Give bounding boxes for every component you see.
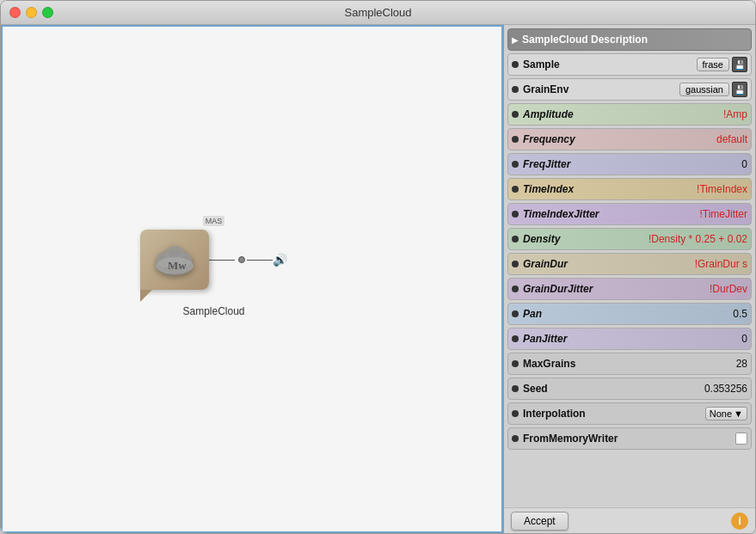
sample-file-button[interactable]: frase [697,58,729,71]
param-dot-graindurjitter [512,285,519,292]
param-dot-grainenv [512,86,519,93]
param-value-seed: 0.353256 [704,383,747,395]
bottom-bar: Accept i [504,507,755,533]
grainenv-file-button[interactable]: gaussian [679,83,729,96]
description-label: SampleCloud Description [522,34,747,46]
maximize-button[interactable] [42,7,53,18]
param-name-sample: Sample [523,58,697,71]
canvas-inner: MAS Мw [1,25,503,533]
param-dot-graindur [512,261,519,267]
speaker-icon: 🔊 [273,253,287,267]
param-name-maxgrains: MaxGrains [523,358,736,370]
node-title: SampleCloud [182,305,244,317]
param-dot-freqjitter [512,161,519,168]
interpolation-arrow-icon: ▼ [734,408,743,419]
param-dot-panjitter [512,335,519,342]
node-label-top: MAS [203,216,225,226]
param-dot-interpolation [512,410,519,417]
param-name-seed: Seed [523,383,704,395]
param-dot-density [512,236,519,242]
param-value-amplitude: !Amp [723,108,747,120]
window-title: SampleCloud [344,6,411,19]
wire-right [247,260,273,261]
node-body: Мw 🔊 [140,230,287,290]
param-row-frequency[interactable]: Frequency default [507,128,752,150]
cloud-icon: Мw [152,241,197,279]
params-list: ▶ SampleCloud Description Sample frase 💾… [504,25,755,507]
param-row-sample[interactable]: Sample frase 💾 [507,53,752,76]
minimize-button[interactable] [26,7,37,18]
close-button[interactable] [9,7,21,18]
accept-button[interactable]: Accept [511,512,569,531]
param-value-timeindex: !TimeIndex [697,183,747,195]
param-row-description[interactable]: ▶ SampleCloud Description [507,28,752,51]
param-row-grainenv[interactable]: GrainEnv gaussian 💾 [507,78,752,101]
node-wire: 🔊 [209,253,287,267]
param-name-amplitude: Amplitude [523,108,723,120]
param-value-frequency: default [716,133,747,145]
param-name-timeindexjitter: TimeIndexJitter [523,208,699,220]
param-row-timeindexjitter[interactable]: TimeIndexJitter !TimeJitter [507,203,752,225]
param-name-interpolation: Interpolation [523,408,705,420]
param-row-pan[interactable]: Pan 0.5 [507,303,752,325]
node-container[interactable]: MAS Мw [140,216,287,317]
param-dot-sample [512,61,519,68]
param-name-density: Density [523,233,648,245]
param-name-frequency: Frequency [523,133,716,145]
param-row-timeindex[interactable]: TimeIndex !TimeIndex [507,178,752,200]
param-row-seed[interactable]: Seed 0.353256 [507,377,752,400]
param-row-graindur[interactable]: GrainDur !GrainDur s [507,253,752,275]
param-name-freqjitter: FreqJitter [523,158,741,170]
interpolation-select[interactable]: None ▼ [705,407,747,420]
param-dot-timeindex [512,186,519,193]
param-dot-maxgrains [512,360,519,367]
param-row-density[interactable]: Density !Density * 0.25 + 0.02 [507,228,752,250]
arrow-icon: ▶ [512,35,519,45]
right-panel: ▶ SampleCloud Description Sample frase 💾… [504,25,755,533]
param-name-panjitter: PanJitter [523,333,741,345]
svg-text:Мw: Мw [168,259,187,272]
sample-save-icon[interactable]: 💾 [732,57,747,72]
param-name-timeindex: TimeIndex [523,183,697,195]
param-name-graindurjitter: GrainDurJitter [523,283,710,295]
node-icon[interactable]: Мw [140,230,209,290]
param-row-interpolation[interactable]: Interpolation None ▼ [507,402,752,425]
param-value-density: !Density * 0.25 + 0.02 [648,233,747,245]
param-name-graindur: GrainDur [523,258,695,270]
param-value-freqjitter: 0 [741,158,747,170]
param-value-graindurjitter: !DurDev [710,283,747,295]
param-dot-frommemorywriter [512,435,519,442]
param-value-pan: 0.5 [733,308,747,320]
param-value-panjitter: 0 [741,333,747,345]
main-content: MAS Мw [1,25,755,533]
param-name-grainenv: GrainEnv [523,83,679,95]
param-value-timeindexjitter: !TimeJitter [699,208,747,220]
grainenv-save-icon[interactable]: 💾 [732,82,747,97]
param-dot-seed [512,385,519,392]
grainenv-disk-icon: 💾 [734,85,745,95]
param-dot-pan [512,310,519,317]
save-disk-icon: 💾 [734,60,745,70]
param-row-graindurjitter[interactable]: GrainDurJitter !DurDev [507,278,752,300]
traffic-lights [9,7,53,18]
param-value-graindur: !GrainDur s [695,258,747,270]
param-name-frommemorywriter: FromMemoryWriter [523,433,735,445]
titlebar: SampleCloud [1,1,755,25]
param-dot-timeindexjitter [512,211,519,218]
interpolation-value: None [710,408,732,419]
param-dot-frequency [512,136,519,143]
frommemorywriter-checkbox[interactable] [735,433,747,445]
param-row-maxgrains[interactable]: MaxGrains 28 [507,353,752,375]
param-row-amplitude[interactable]: Amplitude !Amp [507,103,752,126]
param-dot-amplitude [512,111,519,118]
wire-left [209,260,235,261]
info-icon[interactable]: i [731,513,748,530]
param-row-freqjitter[interactable]: FreqJitter 0 [507,153,752,175]
param-row-frommemorywriter[interactable]: FromMemoryWriter [507,427,752,450]
canvas-area[interactable]: MAS Мw [1,25,504,533]
node-outlet[interactable] [238,256,245,263]
param-name-pan: Pan [523,308,733,320]
param-value-maxgrains: 28 [736,358,747,370]
main-window: SampleCloud MAS [0,0,756,534]
param-row-panjitter[interactable]: PanJitter 0 [507,328,752,350]
